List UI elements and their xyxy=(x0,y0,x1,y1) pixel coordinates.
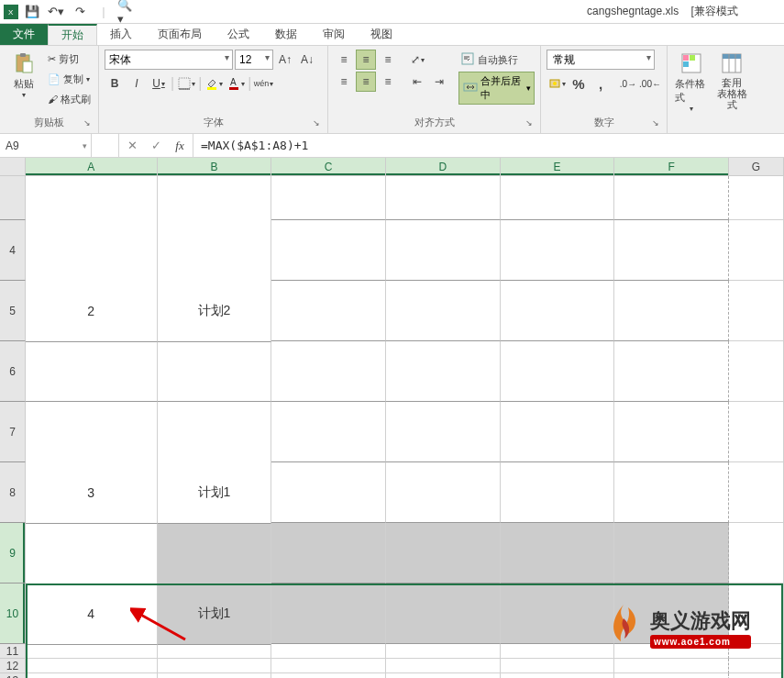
cell[interactable] xyxy=(614,523,729,584)
number-format-select[interactable] xyxy=(547,50,655,70)
format-as-table-button[interactable]: 套用 表格格式 xyxy=(713,50,750,112)
cell[interactable] xyxy=(271,523,386,584)
tab-view[interactable]: 视图 xyxy=(358,24,405,45)
align-top-icon[interactable]: ≡ xyxy=(334,50,354,70)
cell[interactable] xyxy=(271,402,386,462)
col-header-D[interactable]: D xyxy=(386,158,501,176)
cell[interactable] xyxy=(501,281,615,341)
undo-icon[interactable]: ↶▾ xyxy=(46,2,66,22)
cell[interactable] xyxy=(729,176,784,220)
cell[interactable] xyxy=(271,673,386,678)
col-header-E[interactable]: E xyxy=(501,158,615,176)
number-launcher-icon[interactable]: ↘ xyxy=(652,118,663,129)
font-color-button[interactable]: A xyxy=(226,73,246,94)
row-header-11[interactable]: 11 xyxy=(0,644,26,659)
cell[interactable] xyxy=(271,220,386,281)
cell[interactable] xyxy=(386,341,501,402)
row-header-5[interactable]: 5 xyxy=(0,281,26,341)
underline-button[interactable]: U xyxy=(149,73,169,94)
cell[interactable] xyxy=(386,220,501,281)
print-preview-icon[interactable]: 🔍▾ xyxy=(117,2,138,22)
tab-formulas[interactable]: 公式 xyxy=(215,24,262,45)
cell[interactable] xyxy=(501,673,615,678)
cell[interactable] xyxy=(26,644,158,659)
tab-review[interactable]: 审阅 xyxy=(310,24,358,45)
cell[interactable] xyxy=(271,584,386,644)
cell[interactable] xyxy=(614,402,729,462)
paste-button[interactable]: 粘贴 ▾ xyxy=(6,50,42,101)
align-center-icon[interactable]: ≡ xyxy=(356,72,376,92)
decrease-indent-icon[interactable]: ⇤ xyxy=(407,72,427,92)
cell[interactable] xyxy=(271,341,386,402)
col-header-G[interactable]: G xyxy=(729,158,784,176)
decrease-font-icon[interactable]: A↓ xyxy=(297,50,317,70)
cell[interactable] xyxy=(158,644,272,659)
merge-center-button[interactable]: 合并后居中 xyxy=(458,72,535,105)
row-header-8[interactable]: 8 xyxy=(0,462,26,523)
row-header-9[interactable]: 9 xyxy=(0,523,26,584)
formula-input[interactable]: =MAX($A$1:A8)+1 xyxy=(193,134,784,157)
tab-home[interactable]: 开始 xyxy=(48,24,97,45)
cell[interactable] xyxy=(26,659,158,673)
borders-button[interactable] xyxy=(176,73,196,94)
cell[interactable] xyxy=(386,644,501,659)
align-right-icon[interactable]: ≡ xyxy=(378,72,398,92)
select-all-corner[interactable] xyxy=(0,158,26,176)
cell[interactable] xyxy=(271,176,386,220)
cell[interactable] xyxy=(501,220,615,281)
col-header-B[interactable]: B xyxy=(158,158,272,176)
copy-button[interactable]: 📄复制▾ xyxy=(46,70,93,88)
decrease-decimal-icon[interactable]: .00← xyxy=(640,73,660,94)
tab-file[interactable]: 文件 xyxy=(0,24,48,45)
cell[interactable] xyxy=(614,220,729,281)
percent-icon[interactable]: % xyxy=(569,73,589,94)
row-header-6[interactable]: 6 xyxy=(0,341,26,402)
cell[interactable] xyxy=(729,462,784,523)
row-header-7[interactable]: 7 xyxy=(0,402,26,462)
cell[interactable] xyxy=(386,584,501,644)
save-icon[interactable]: 💾 xyxy=(22,2,42,22)
cell[interactable] xyxy=(386,176,501,220)
currency-icon[interactable] xyxy=(547,73,567,94)
clipboard-launcher-icon[interactable]: ↘ xyxy=(83,118,94,129)
cell[interactable] xyxy=(158,673,272,678)
orientation-icon[interactable]: ⤢ xyxy=(407,50,427,70)
cell[interactable] xyxy=(501,176,615,220)
cell[interactable] xyxy=(614,176,729,220)
cell[interactable] xyxy=(386,673,501,678)
row-header-partial[interactable] xyxy=(0,176,26,220)
alignment-launcher-icon[interactable]: ↘ xyxy=(525,118,536,129)
cell[interactable] xyxy=(386,281,501,341)
cell[interactable] xyxy=(501,402,615,462)
row-header-4[interactable]: 4 xyxy=(0,220,26,281)
cell[interactable] xyxy=(729,523,784,584)
cell[interactable] xyxy=(614,341,729,402)
cell[interactable] xyxy=(501,341,615,402)
col-header-A[interactable]: A xyxy=(26,158,158,176)
cell[interactable] xyxy=(26,176,158,220)
cell[interactable] xyxy=(158,659,272,673)
cell[interactable] xyxy=(158,176,272,220)
cell[interactable] xyxy=(271,462,386,523)
align-middle-icon[interactable]: ≡ xyxy=(356,50,376,70)
cell[interactable] xyxy=(271,644,386,659)
insert-function-icon[interactable]: fx xyxy=(171,137,189,155)
cell[interactable] xyxy=(386,659,501,673)
name-box[interactable]: A9 xyxy=(0,134,92,157)
font-size-select[interactable] xyxy=(235,50,273,70)
increase-indent-icon[interactable]: ⇥ xyxy=(429,72,449,92)
conditional-formatting-button[interactable]: 条件格式▾ xyxy=(673,50,710,115)
fill-color-button[interactable] xyxy=(204,73,224,94)
cancel-formula-icon[interactable]: ✕ xyxy=(123,137,141,155)
font-launcher-icon[interactable]: ↘ xyxy=(313,118,324,129)
redo-icon[interactable]: ↷ xyxy=(70,2,90,22)
row-header-10[interactable]: 10 xyxy=(0,584,26,644)
align-bottom-icon[interactable]: ≡ xyxy=(378,50,398,70)
cell[interactable] xyxy=(501,659,615,673)
cell[interactable] xyxy=(501,523,615,584)
cell[interactable] xyxy=(614,462,729,523)
cell[interactable] xyxy=(501,462,615,523)
tab-data[interactable]: 数据 xyxy=(262,24,310,45)
enter-formula-icon[interactable]: ✓ xyxy=(147,137,165,155)
align-left-icon[interactable]: ≡ xyxy=(334,72,354,92)
